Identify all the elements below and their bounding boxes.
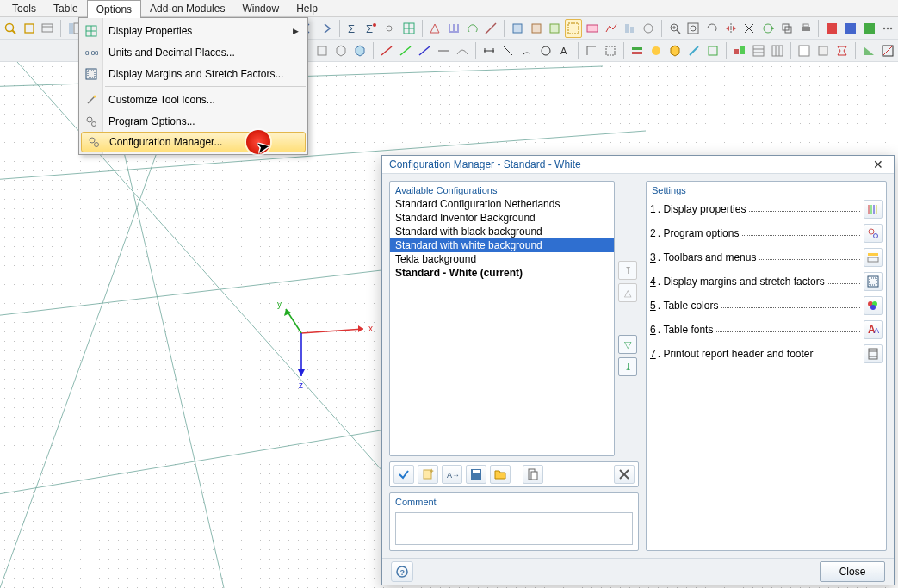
open-button[interactable] — [490, 465, 511, 484]
menu-window[interactable]: Window — [233, 0, 288, 17]
tool-view3-icon[interactable] — [332, 41, 350, 60]
tool-line1-icon[interactable] — [378, 41, 395, 60]
tool-view2-icon[interactable] — [313, 41, 331, 60]
move-up-button[interactable]: △ — [618, 283, 637, 302]
list-item[interactable]: Standard Configuration Netherlands — [390, 197, 614, 211]
tool-copy-icon[interactable] — [778, 19, 796, 38]
tool-link-icon[interactable] — [381, 19, 399, 38]
tool-line-icon[interactable] — [483, 19, 500, 38]
tool-blue-icon[interactable] — [842, 19, 859, 38]
tool-result3-icon[interactable] — [547, 19, 564, 38]
tool-green-icon[interactable] — [861, 19, 878, 38]
tool-g2-icon[interactable] — [647, 41, 665, 60]
tool-support-icon[interactable] — [427, 19, 444, 38]
edit-setting-button[interactable] — [864, 248, 883, 267]
tool-rotate-icon[interactable] — [703, 19, 721, 38]
tool-moment-icon[interactable] — [464, 19, 481, 38]
delete-button[interactable] — [614, 465, 635, 484]
tool-result2-icon[interactable] — [528, 19, 545, 38]
tool-line5-icon[interactable] — [454, 41, 471, 60]
tool-select-box-icon[interactable] — [565, 19, 582, 38]
tool-result4-icon[interactable] — [584, 19, 601, 38]
close-button[interactable]: Close — [820, 561, 885, 582]
move-bottom-button[interactable]: ⤓ — [618, 357, 637, 376]
tool-line2-icon[interactable] — [397, 41, 414, 60]
tool-dim5-icon[interactable]: A — [556, 41, 573, 60]
tool-cube-icon[interactable] — [21, 19, 38, 38]
tool-g1-icon[interactable] — [629, 41, 646, 60]
export-button[interactable] — [523, 465, 543, 484]
menuitem-configuration-manager[interactable]: Configuration Manager... — [81, 132, 306, 152]
help-button[interactable]: ? — [391, 561, 413, 582]
edit-setting-button[interactable] — [864, 272, 883, 291]
edit-setting-button[interactable] — [864, 200, 883, 219]
menu-addon[interactable]: Add-on Modules — [141, 0, 233, 17]
menuitem-display-margins[interactable]: Display Margins and Stretch Factors... — [79, 63, 307, 84]
list-item[interactable]: Standard with black background — [390, 225, 614, 238]
tool-sigma2-icon[interactable]: Σ — [363, 19, 381, 38]
tool-print-icon[interactable] — [797, 19, 814, 38]
new-button[interactable]: ✦ — [418, 465, 438, 484]
tool-view4-icon[interactable] — [351, 41, 368, 60]
tool-result5-icon[interactable] — [603, 19, 620, 38]
tool-result1-icon[interactable] — [509, 19, 526, 38]
tool-g4-icon[interactable] — [685, 41, 703, 60]
tool-dim2-icon[interactable] — [499, 41, 517, 60]
menuitem-program-options[interactable]: Program Options... — [79, 110, 307, 132]
menu-tools[interactable]: Tools — [3, 0, 45, 17]
move-down-button[interactable]: ▽ — [618, 335, 637, 354]
tool-zoom-icon[interactable] — [2, 19, 19, 38]
tool-zoom-fit-icon[interactable] — [684, 19, 702, 38]
tool-g5-icon[interactable] — [704, 41, 721, 60]
tool-f1-icon[interactable] — [583, 41, 600, 60]
tool-zoom-in-icon[interactable] — [666, 19, 684, 38]
close-icon[interactable]: ✕ — [870, 156, 887, 173]
rename-button[interactable]: A→B — [442, 465, 462, 484]
tool-f2-icon[interactable] — [602, 41, 619, 60]
dialog-titlebar[interactable]: Configuration Manager - Standard - White… — [382, 156, 894, 174]
tool-h1-icon[interactable] — [731, 41, 748, 60]
configurations-list[interactable]: Standard Configuration Netherlands Stand… — [390, 197, 614, 455]
tool-line4-icon[interactable] — [435, 41, 452, 60]
edit-setting-button[interactable] — [864, 224, 883, 243]
list-item[interactable]: Standard - White (current) — [390, 266, 614, 280]
menu-table[interactable]: Table — [45, 0, 87, 17]
tool-h3-icon[interactable] — [769, 41, 786, 60]
tool-j2-icon[interactable] — [879, 41, 896, 60]
list-item[interactable]: Tekla background — [390, 252, 614, 266]
apply-button[interactable] — [393, 465, 414, 484]
tool-window-icon[interactable] — [39, 19, 56, 38]
tool-h2-icon[interactable] — [750, 41, 767, 60]
tool-dim4-icon[interactable] — [537, 41, 554, 60]
tool-more-icon[interactable] — [879, 19, 896, 38]
tool-x-icon[interactable] — [741, 19, 759, 38]
tool-grid-icon[interactable] — [400, 19, 418, 38]
tool-dim1-icon[interactable] — [480, 41, 498, 60]
tool-red-icon[interactable] — [823, 19, 840, 38]
tool-sigma-icon[interactable]: Σ — [344, 19, 362, 38]
list-item[interactable]: Standard with white background — [390, 238, 614, 252]
edit-setting-button[interactable] — [864, 344, 883, 363]
tool-mirror-icon[interactable] — [722, 19, 740, 38]
tool-i2-icon[interactable] — [814, 41, 832, 60]
tool-dim3-icon[interactable] — [518, 41, 536, 60]
edit-setting-button[interactable]: AA — [864, 320, 883, 339]
move-top-button[interactable]: ⤒ — [618, 261, 637, 280]
menu-options[interactable]: Options — [87, 0, 141, 17]
tool-g3-icon[interactable] — [666, 41, 684, 60]
list-item[interactable]: Standard Inventor Background — [390, 211, 614, 225]
tool-result6-icon[interactable] — [621, 19, 638, 38]
tool-line3-icon[interactable] — [416, 41, 433, 60]
menuitem-display-properties[interactable]: Display Properties ▶ — [79, 20, 307, 41]
tool-i1-icon[interactable] — [796, 41, 813, 60]
save-button[interactable] — [466, 465, 486, 484]
comment-field[interactable] — [395, 512, 633, 545]
tool-i3-icon[interactable] — [833, 41, 851, 60]
tool-arrow-right-icon[interactable] — [318, 19, 335, 38]
tool-load-icon[interactable] — [445, 19, 462, 38]
menuitem-customize-icons[interactable]: Customize Tool Icons... — [79, 89, 307, 110]
tool-result7-icon[interactable] — [640, 19, 657, 38]
edit-setting-button[interactable] — [864, 296, 883, 315]
tool-j1-icon[interactable] — [860, 41, 877, 60]
menu-help[interactable]: Help — [288, 0, 326, 17]
